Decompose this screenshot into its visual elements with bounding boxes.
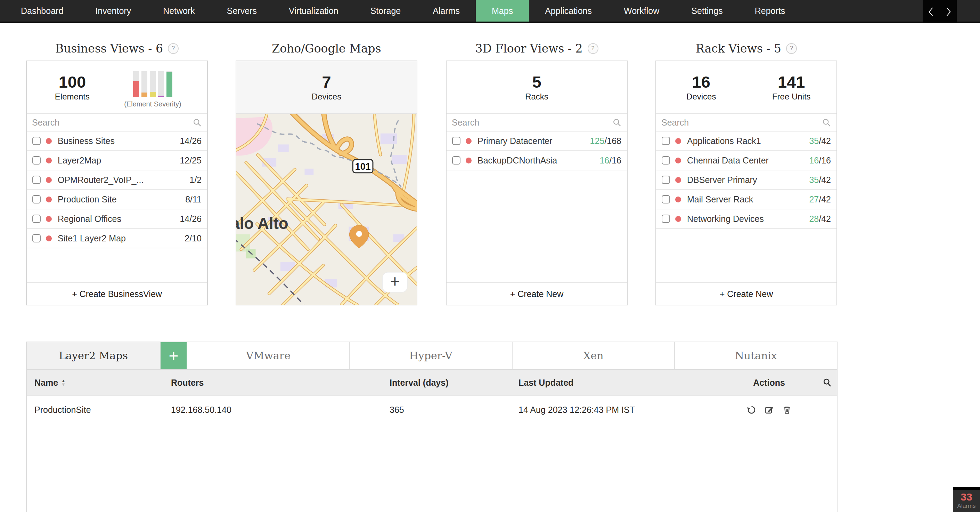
alarms-label: Alarms: [953, 502, 980, 510]
rack-views-search-input[interactable]: [661, 118, 822, 128]
nav-tab-applications[interactable]: Applications: [529, 0, 608, 22]
severity-bar-service-down: [158, 71, 164, 97]
delete-icon[interactable]: [782, 405, 792, 415]
alarms-badge[interactable]: 33 Alarms: [953, 487, 980, 512]
nav-tab-network[interactable]: Network: [147, 0, 211, 22]
row-checkbox[interactable]: [452, 156, 460, 164]
row-checkbox[interactable]: [662, 156, 670, 164]
business-views-title-row: Business Views - 6 ?: [26, 36, 208, 61]
free-units-count: 141: [746, 73, 837, 91]
maps-tab-nutanix[interactable]: Nutanix: [675, 342, 837, 369]
cell-interval: 365: [382, 405, 511, 415]
devices-label: Devices: [236, 92, 417, 102]
chevron-right-icon[interactable]: [945, 6, 952, 17]
nav-tab-inventory[interactable]: Inventory: [79, 0, 147, 22]
row-checkbox[interactable]: [662, 215, 670, 223]
nav-tab-dashboard[interactable]: Dashboard: [5, 0, 79, 22]
row-checkbox[interactable]: [452, 137, 460, 145]
list-item[interactable]: Primary Datacenter125/168: [447, 131, 627, 151]
edit-icon[interactable]: [765, 405, 774, 415]
row-checkbox[interactable]: [32, 175, 41, 184]
list-item[interactable]: Regional Offices14/26: [27, 209, 207, 229]
row-checkbox[interactable]: [32, 137, 41, 145]
item-count: 16/16: [809, 155, 831, 166]
svg-text:+: +: [390, 272, 400, 290]
list-item[interactable]: Business Sites14/26: [27, 131, 207, 151]
status-dot: [46, 158, 52, 163]
refresh-icon[interactable]: [747, 405, 756, 415]
row-checkbox[interactable]: [32, 195, 41, 204]
list-item[interactable]: Networking Devices28/42: [656, 209, 837, 229]
item-count: 2/10: [185, 233, 202, 244]
nav-tab-virtualization[interactable]: Virtualization: [273, 0, 355, 22]
list-item[interactable]: OPMRouter2_VoIP_...1/2: [27, 171, 207, 190]
list-item[interactable]: Production Site8/11: [27, 190, 207, 209]
maps-tab-vmware[interactable]: VMware: [187, 342, 350, 369]
column-last-updated: Last Updated: [511, 378, 721, 388]
cell-routers: 192.168.50.140: [163, 405, 382, 415]
table-search-icon[interactable]: [822, 378, 832, 388]
nav-tab-alarms[interactable]: Alarms: [417, 0, 476, 22]
row-checkbox[interactable]: [32, 215, 41, 223]
create-rack-view-button[interactable]: + Create New: [656, 282, 837, 305]
item-count: 16/16: [600, 155, 621, 166]
business-views-list: Business Sites14/26Layer2Map12/25OPMRout…: [27, 131, 207, 282]
list-item[interactable]: Mail Server Rack27/42: [656, 190, 837, 209]
row-checkbox[interactable]: [662, 195, 670, 204]
item-count: 14/26: [180, 136, 202, 146]
list-item[interactable]: Applications Rack135/42: [656, 131, 837, 151]
item-name: OPMRouter2_VoIP_...: [58, 175, 187, 185]
maps-tab-hyper-v[interactable]: Hyper-V: [350, 342, 512, 369]
column-actions: Actions: [721, 378, 817, 388]
rack-devices-count: 16: [656, 73, 746, 91]
business-views-search-input[interactable]: [32, 118, 192, 128]
map-zoom-in-button[interactable]: +: [383, 272, 407, 292]
item-name: Networking Devices: [687, 214, 806, 224]
svg-text:101: 101: [355, 161, 371, 172]
item-name: Regional Offices: [58, 214, 177, 224]
nav-tab-workflow[interactable]: Workflow: [608, 0, 675, 22]
help-icon[interactable]: ?: [588, 43, 598, 54]
rack-views-panel: Rack Views - 5 ? 16 Devices 141 Free Uni…: [655, 36, 837, 305]
help-icon[interactable]: ?: [786, 43, 797, 54]
list-item[interactable]: BackupDCNorthAsia16/16: [447, 151, 627, 171]
devices-count: 7: [236, 73, 417, 91]
row-checkbox[interactable]: [32, 156, 41, 164]
maps-tab-xen[interactable]: Xen: [512, 342, 675, 369]
table-body: ProductionSite192.168.50.14036514 Aug 20…: [27, 396, 837, 424]
status-dot: [675, 177, 681, 183]
cell-name[interactable]: ProductionSite: [27, 405, 163, 415]
nav-tab-reports[interactable]: Reports: [739, 0, 801, 22]
list-item[interactable]: Layer2Map12/25: [27, 151, 207, 171]
nav-tab-storage[interactable]: Storage: [355, 0, 417, 22]
cell-last-updated: 14 Aug 2023 12:26:43 PM IST: [511, 405, 721, 415]
item-count: 27/42: [809, 195, 831, 204]
map-canvas[interactable]: 101 alo Alto +: [236, 114, 417, 305]
maps-tab-layer2-maps[interactable]: Layer2 Maps: [27, 342, 161, 369]
cell-actions: [721, 405, 817, 415]
list-item[interactable]: Chennai Data Center16/16: [656, 151, 837, 171]
column-interval: Interval (days): [382, 378, 511, 388]
maps-table-section: Layer2 Maps+VMwareHyper-VXenNutanix Name…: [26, 341, 837, 512]
elements-label: Elements: [37, 92, 108, 102]
floor-views-search-input[interactable]: [452, 118, 612, 128]
table-row: ProductionSite192.168.50.14036514 Aug 20…: [27, 396, 837, 424]
severity-bar-trouble: [142, 71, 147, 97]
nav-tab-maps[interactable]: Maps: [476, 0, 529, 22]
search-icon: [822, 118, 831, 127]
create-floor-view-button[interactable]: + Create New: [447, 282, 627, 305]
nav-tab-servers[interactable]: Servers: [211, 0, 273, 22]
add-map-tab-button[interactable]: +: [161, 342, 187, 369]
item-name: Primary Datacenter: [477, 136, 587, 146]
list-item[interactable]: DBServer Primary35/42: [656, 171, 837, 190]
row-checkbox[interactable]: [662, 175, 670, 184]
list-item[interactable]: Site1 Layer2 Map2/10: [27, 229, 207, 248]
row-checkbox[interactable]: [32, 234, 41, 242]
create-businessview-button[interactable]: + Create BusinessView: [27, 282, 207, 305]
nav-tab-settings[interactable]: Settings: [675, 0, 738, 22]
opmanager-maps-page: DashboardInventoryNetworkServersVirtuali…: [0, 0, 980, 512]
row-checkbox[interactable]: [662, 137, 670, 145]
sort-icon[interactable]: ▲▼: [61, 379, 66, 386]
help-icon[interactable]: ?: [168, 43, 179, 54]
chevron-left-icon[interactable]: [927, 6, 935, 17]
